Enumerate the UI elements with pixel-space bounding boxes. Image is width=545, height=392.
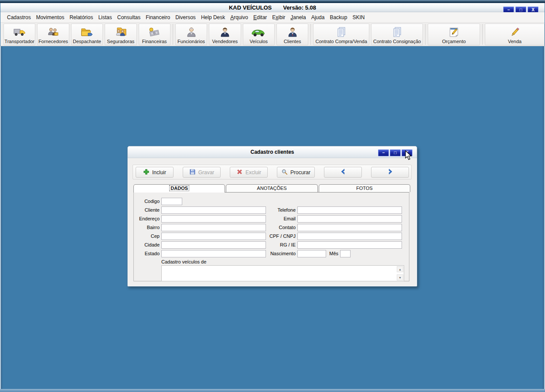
delete-x-icon	[236, 169, 243, 176]
toolbar-separator	[310, 24, 311, 45]
menu-item-ajuda[interactable]: Ajuda	[309, 12, 327, 23]
tab-anotacoes[interactable]: ANOTAÇÕES	[226, 184, 317, 192]
menu-item-janela[interactable]: Janela	[288, 12, 308, 23]
dialog-titlebar[interactable]: Cadastro clientes – □ X	[128, 146, 417, 158]
scroll-down-icon[interactable]: ▼	[397, 274, 403, 280]
button-label: Gravar	[198, 169, 215, 176]
telefone-field[interactable]	[297, 206, 402, 214]
toolbar-button-seguradoras[interactable]: Seguradoras	[105, 24, 136, 45]
nascimento-label: Nascimento	[268, 250, 296, 257]
cidade-field[interactable]	[161, 241, 266, 249]
toolbar-button-contrato-compra-venda[interactable]: Contrato Compra/Venda	[313, 24, 369, 45]
menu-item-help-desk[interactable]: Help Desk	[198, 12, 228, 23]
email-field[interactable]	[297, 215, 402, 223]
toolbar-label: Clientes	[284, 39, 301, 44]
toolbar-label: Transportador	[4, 39, 34, 44]
mes-label: Mês	[327, 250, 338, 257]
scroll-up-icon[interactable]: ▲	[397, 266, 403, 272]
menu-item-financeiro[interactable]: Financeiro	[143, 12, 173, 23]
tab-dados[interactable]: DADOS	[133, 184, 225, 193]
sale-pencil-icon	[509, 26, 521, 39]
gravar-button[interactable]: Gravar	[183, 167, 221, 178]
cep-field[interactable]	[161, 233, 266, 240]
toolbar-button-transportador[interactable]: Transportador	[3, 24, 35, 45]
save-icon	[189, 169, 196, 176]
toolbar-label: Contrato Compra/Venda	[315, 39, 367, 44]
estado-field[interactable]	[161, 250, 266, 257]
vehicles-memo-input[interactable]	[162, 266, 396, 281]
dialog-maximize-button[interactable]: □	[390, 149, 401, 156]
endereco-field[interactable]	[161, 215, 266, 223]
vehicles-memo: ▲ ▼	[161, 265, 404, 281]
button-label: Procurar	[290, 169, 310, 176]
incluir-button[interactable]: Incluir	[136, 167, 174, 178]
menu-bar: Cadastros Movimentos Relatórios Listas C…	[0, 12, 545, 23]
toolbar-button-financeiras[interactable]: Financeiras	[139, 24, 170, 45]
toolbar-button-orcamento[interactable]: Orçamento	[428, 24, 480, 45]
cpf-cnpj-field[interactable]	[297, 233, 402, 240]
menu-item-exibir[interactable]: Exibir	[269, 12, 288, 23]
procurar-button[interactable]: Procurar	[277, 167, 315, 178]
dialog-minimize-button[interactable]: –	[378, 149, 389, 156]
toolbar-button-vendedores[interactable]: Vendedores	[209, 24, 241, 45]
mes-field[interactable]	[340, 250, 351, 257]
toolbar-button-fornecedores[interactable]: Fornecedores	[37, 24, 69, 45]
menu-item-editar[interactable]: Editar	[251, 12, 269, 23]
tab-fotos[interactable]: FOTOS	[319, 184, 410, 192]
toolbar-label: Contrato Consignação	[373, 39, 421, 44]
dialog-controls: – □ X	[378, 149, 412, 156]
dialog-close-button[interactable]: X	[402, 149, 412, 156]
window-frame-top	[0, 0, 545, 3]
excluir-button[interactable]: Excluir	[230, 167, 268, 178]
menu-item-cadastros[interactable]: Cadastros	[4, 12, 34, 23]
toolbar-label: Vendedores	[212, 39, 238, 44]
cidade-label: Cidade	[134, 241, 160, 249]
window-frame-left	[0, 46, 3, 392]
contato-label: Contato	[268, 224, 296, 231]
cpf-cnpj-label: CPF / CNPJ	[263, 233, 296, 240]
menu-item-listas[interactable]: Listas	[95, 12, 114, 23]
button-label: Incluir	[152, 169, 166, 176]
bairro-field[interactable]	[161, 224, 266, 231]
toolbar-label: Venda	[508, 39, 521, 44]
menu-item-relatorios[interactable]: Relatórios	[67, 12, 95, 23]
toolbar-button-venda[interactable]: Venda	[485, 24, 545, 45]
menu-item-consultas[interactable]: Consultas	[115, 12, 143, 23]
dialog-toolbar: Incluir Gravar	[133, 165, 412, 179]
contato-field[interactable]	[297, 224, 402, 231]
toolbar-button-contrato-consignacao[interactable]: Contrato Consignação	[371, 24, 423, 45]
toolbar-label: Orçamento	[442, 39, 466, 44]
bairro-label: Bairro	[134, 224, 160, 231]
menu-item-diversos[interactable]: Diversos	[173, 12, 198, 23]
application-window: KAD VEÍCULOSVersão: 5.08 – □ X Cadastros…	[0, 0, 545, 392]
app-title: KAD VEÍCULOS	[229, 4, 272, 11]
nascimento-field[interactable]	[297, 250, 326, 257]
truck-icon	[14, 26, 26, 39]
cliente-field[interactable]	[161, 206, 266, 214]
window-titlebar: KAD VEÍCULOSVersão: 5.08 – □ X	[0, 3, 545, 12]
toolbar-label: Seguradoras	[107, 39, 134, 44]
rg-ie-field[interactable]	[297, 241, 402, 249]
toolbar-separator	[173, 24, 173, 45]
cadastro-veiculos-label: Cadastro veículos de	[161, 258, 249, 266]
email-label: Email	[268, 215, 296, 223]
next-record-button[interactable]	[371, 167, 409, 178]
dialog-title: Cadastro clientes	[250, 149, 294, 155]
toolbar-separator	[482, 24, 483, 45]
window-frame-bottom	[0, 389, 545, 392]
menu-item-backup[interactable]: Backup	[327, 12, 350, 23]
toolbar-button-funcionarios[interactable]: Funcionários	[175, 24, 207, 45]
cadastro-clientes-dialog: Cadastro clientes – □ X Incluir	[127, 146, 417, 287]
plus-icon	[143, 169, 150, 176]
toolbar-separator	[425, 24, 426, 45]
menu-item-movimentos[interactable]: Movimentos	[34, 12, 67, 23]
menu-item-skin[interactable]: SKIN	[350, 12, 367, 23]
dialog-tabstrip: DADOS ANOTAÇÕES FOTOS	[133, 184, 410, 192]
previous-record-button[interactable]	[324, 167, 362, 178]
finance-money-icon	[148, 26, 161, 39]
toolbar-button-clientes[interactable]: Clientes	[276, 24, 308, 45]
toolbar-button-veiculos[interactable]: Veículos	[243, 24, 275, 45]
menu-item-arquivo[interactable]: Arquivo	[228, 12, 251, 23]
toolbar-button-despachante[interactable]: Despachante	[71, 24, 103, 45]
codigo-field[interactable]	[161, 198, 182, 205]
